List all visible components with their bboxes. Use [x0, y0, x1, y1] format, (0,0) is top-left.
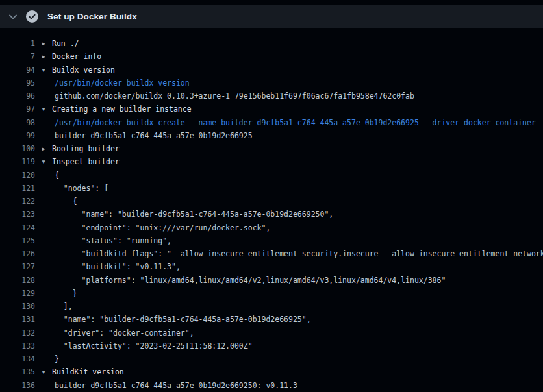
- caret-right-icon[interactable]: ▶: [35, 142, 52, 155]
- log-text: github.com/docker/buildx 0.10.3+azure-1 …: [52, 92, 543, 101]
- log-row: 122 {: [0, 195, 543, 208]
- line-number[interactable]: 98: [0, 118, 35, 127]
- log-text: "lastActivity": "2023-02-25T11:58:12.000…: [52, 341, 543, 350]
- log-text: ],: [52, 302, 543, 311]
- log-text: "name": "builder-d9cfb5a1-c764-445a-a57e…: [52, 315, 543, 324]
- log-row[interactable]: 1 ▶ Run ./: [0, 37, 543, 50]
- log-text: {: [52, 171, 543, 180]
- line-number[interactable]: 120: [0, 171, 35, 180]
- log-text: "platforms": "linux/amd64,linux/amd64/v2…: [52, 276, 543, 285]
- line-number[interactable]: 131: [0, 315, 35, 324]
- log-row[interactable]: 135 ▼ BuildKit version: [0, 365, 543, 378]
- log-text[interactable]: Buildx version: [52, 66, 543, 75]
- line-number[interactable]: 100: [0, 144, 35, 153]
- line-number[interactable]: 97: [0, 104, 35, 114]
- log-row: 98 /usr/bin/docker buildx create --name …: [0, 116, 543, 129]
- caret-down-icon[interactable]: ▼: [35, 103, 52, 116]
- log-row: 132 "driver": "docker-container",: [0, 326, 543, 339]
- line-number[interactable]: 135: [0, 367, 35, 376]
- line-number[interactable]: 129: [0, 289, 35, 298]
- log-text: }: [52, 289, 543, 298]
- log-text[interactable]: BuildKit version: [52, 367, 543, 376]
- log-text: "driver": "docker-container",: [52, 328, 543, 337]
- step-title: Set up Docker Buildx: [47, 12, 137, 21]
- log-viewer: 1 ▶ Run ./ 7 ▶ Docker info 94 ▼ Buildx v…: [0, 28, 543, 392]
- log-row: 134 }: [0, 352, 543, 365]
- line-number[interactable]: 133: [0, 341, 35, 350]
- line-number[interactable]: 132: [0, 328, 35, 337]
- log-text[interactable]: Booting builder: [52, 144, 543, 153]
- log-text: {: [52, 197, 543, 206]
- log-text: /usr/bin/docker buildx create --name bui…: [52, 118, 543, 127]
- caret-down-icon[interactable]: ▼: [35, 155, 52, 168]
- log-text[interactable]: Run ./: [52, 39, 543, 48]
- line-number[interactable]: 123: [0, 210, 35, 219]
- log-text: "buildkit": "v0.11.3",: [52, 262, 543, 271]
- log-row: 131 "name": "builder-d9cfb5a1-c764-445a-…: [0, 313, 543, 326]
- line-number[interactable]: 125: [0, 236, 35, 245]
- line-number[interactable]: 1: [0, 39, 35, 48]
- line-number[interactable]: 130: [0, 302, 35, 311]
- caret-right-icon[interactable]: ▶: [35, 50, 52, 63]
- line-number[interactable]: 124: [0, 223, 35, 232]
- log-row: 128 "platforms": "linux/amd64,linux/amd6…: [0, 274, 543, 287]
- line-number[interactable]: 119: [0, 157, 35, 166]
- chevron-down-icon[interactable]: [9, 14, 17, 19]
- log-text: /usr/bin/docker buildx version: [52, 79, 543, 88]
- log-row[interactable]: 7 ▶ Docker info: [0, 50, 543, 63]
- log-row: 130 ],: [0, 300, 543, 313]
- log-row: 125 "status": "running",: [0, 234, 543, 247]
- caret-down-icon[interactable]: ▼: [35, 365, 52, 378]
- log-text[interactable]: Inspect builder: [52, 157, 543, 166]
- log-row: 133 "lastActivity": "2023-02-25T11:58:12…: [0, 339, 543, 352]
- log-row: 96 github.com/docker/buildx 0.10.3+azure…: [0, 90, 543, 103]
- log-text: builder-d9cfb5a1-c764-445a-a57e-0b19d2e6…: [52, 131, 543, 140]
- line-number[interactable]: 127: [0, 262, 35, 271]
- log-row: 129 }: [0, 287, 543, 300]
- log-row[interactable]: 97 ▼ Creating a new builder instance: [0, 103, 543, 116]
- log-text: builder-d9cfb5a1-c764-445a-a57e-0b19d2e6…: [52, 381, 543, 390]
- log-row: 127 "buildkit": "v0.11.3",: [0, 260, 543, 273]
- log-row: 120 {: [0, 169, 543, 182]
- line-number[interactable]: 126: [0, 249, 35, 258]
- log-text: "nodes": [: [52, 184, 543, 193]
- log-row: 123 "name": "builder-d9cfb5a1-c764-445a-…: [0, 208, 543, 221]
- log-text[interactable]: Docker info: [52, 52, 543, 61]
- line-number[interactable]: 7: [0, 52, 35, 61]
- log-text: "status": "running",: [52, 236, 543, 245]
- log-row[interactable]: 94 ▼ Buildx version: [0, 64, 543, 77]
- log-row[interactable]: 119 ▼ Inspect builder: [0, 155, 543, 168]
- log-row: 95 /usr/bin/docker buildx version: [0, 77, 543, 90]
- line-number[interactable]: 96: [0, 92, 35, 101]
- log-text: "buildkitd-flags": "--allow-insecure-ent…: [52, 249, 543, 258]
- check-circle-icon: [26, 10, 38, 23]
- line-number[interactable]: 122: [0, 197, 35, 206]
- log-row[interactable]: 100 ▶ Booting builder: [0, 142, 543, 155]
- line-number[interactable]: 94: [0, 66, 35, 75]
- log-text: "endpoint": "unix:///var/run/docker.sock…: [52, 223, 543, 232]
- log-row: 136 builder-d9cfb5a1-c764-445a-a57e-0b19…: [0, 379, 543, 392]
- line-number[interactable]: 121: [0, 184, 35, 193]
- line-number[interactable]: 134: [0, 354, 35, 363]
- line-number[interactable]: 99: [0, 131, 35, 140]
- step-header[interactable]: Set up Docker Buildx: [0, 5, 543, 28]
- log-text[interactable]: Creating a new builder instance: [52, 104, 543, 114]
- caret-down-icon[interactable]: ▼: [35, 64, 52, 77]
- log-text: }: [52, 354, 543, 363]
- log-row: 126 "buildkitd-flags": "--allow-insecure…: [0, 247, 543, 260]
- log-row: 124 "endpoint": "unix:///var/run/docker.…: [0, 221, 543, 234]
- log-row: 99 builder-d9cfb5a1-c764-445a-a57e-0b19d…: [0, 129, 543, 142]
- log-text: "name": "builder-d9cfb5a1-c764-445a-a57e…: [52, 210, 543, 219]
- log-row: 121 "nodes": [: [0, 182, 543, 195]
- line-number[interactable]: 136: [0, 381, 35, 390]
- line-number[interactable]: 128: [0, 276, 35, 285]
- caret-right-icon[interactable]: ▶: [35, 37, 52, 50]
- line-number[interactable]: 95: [0, 79, 35, 88]
